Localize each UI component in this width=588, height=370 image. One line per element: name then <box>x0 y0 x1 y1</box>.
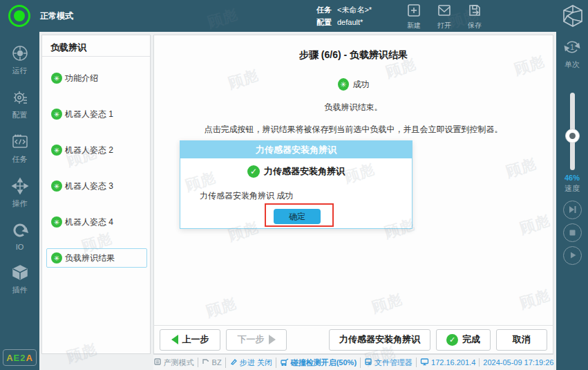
left-nav-rail: 运行 配置 任务 操作 IO 插件 AE2A <box>0 32 39 370</box>
mode-status-icon <box>8 5 30 27</box>
config-value: default* <box>337 16 363 28</box>
step-label: 功能介绍 <box>65 73 98 84</box>
wizard-footer: 上一步 下一步 力传感器安装角辨识 ✓ 完成 取消 <box>153 325 553 354</box>
step-item-pose3[interactable]: ✳ 机器人姿态 3 <box>46 176 118 196</box>
finish-label: 完成 <box>462 333 480 346</box>
nav-plugin-label: 插件 <box>12 285 28 295</box>
step-item-pose1[interactable]: ✳ 机器人姿态 1 <box>46 104 118 124</box>
speed-label: 速度 <box>556 183 588 194</box>
next-step-button[interactable]: 下一步 <box>226 329 287 351</box>
single-cycle-icon: 1 <box>562 37 582 58</box>
arrow-right-icon <box>269 335 276 344</box>
robot-model-badge: AE2A <box>3 349 37 366</box>
status-ip-address: 172.16.201.4 <box>416 358 479 367</box>
prev-step-button[interactable]: 上一步 <box>160 329 220 351</box>
cancel-button[interactable]: 取消 <box>496 329 547 351</box>
success-label: 成功 <box>353 79 370 91</box>
step-label: 机器人姿态 4 <box>65 216 113 228</box>
save-task-label: 保存 <box>468 21 482 30</box>
step-item-result[interactable]: ✳ 负载辨识结果 <box>46 248 147 268</box>
sensor-angle-button[interactable]: 力传感器安装角辨识 <box>329 329 430 351</box>
badge-letter: E <box>14 353 21 363</box>
sensor-angle-dialog: 力传感器安装角辨识 ✓ 力传感器安装角辨识 力传感器安装角辨识 成功 确定 <box>180 140 412 229</box>
task-config-block: 任务<未命名>* 配置default* <box>316 3 372 28</box>
badge-letter: A <box>6 353 13 363</box>
play-icon <box>569 250 577 262</box>
step-label: 机器人姿态 3 <box>65 181 113 192</box>
prev-step-label: 上一步 <box>182 333 209 346</box>
svg-text:1: 1 <box>570 44 574 51</box>
speed-slider-handle[interactable] <box>565 129 580 143</box>
stop-button[interactable] <box>563 223 582 242</box>
new-file-icon <box>406 3 421 19</box>
status-text: 文件管理器 <box>374 358 412 368</box>
cube-icon <box>11 263 29 283</box>
status-file-manager[interactable]: 文件管理器 <box>360 358 416 368</box>
step-item-intro[interactable]: ✳ 功能介绍 <box>46 68 103 88</box>
step-status-icon: ✳ <box>51 216 62 228</box>
open-task-button[interactable]: 打开 <box>437 3 452 30</box>
step-label: 负载辨识结果 <box>65 252 115 264</box>
gear-icon <box>11 89 29 108</box>
run-icon <box>11 44 29 64</box>
nav-plugin[interactable]: 插件 <box>0 263 39 295</box>
badge-letter: A <box>26 353 32 363</box>
status-production-mode: 产测模式 <box>150 358 198 368</box>
skip-forward-icon <box>568 204 577 216</box>
arrow-left-icon <box>171 335 178 344</box>
code-window-icon <box>11 133 29 152</box>
new-task-button[interactable]: 新建 <box>406 3 421 30</box>
step-status-icon: ✳ <box>51 252 62 263</box>
nav-operate[interactable]: 操作 <box>0 177 39 209</box>
status-text: 步进 关闭 <box>240 358 272 368</box>
step-label: 机器人姿态 1 <box>65 109 113 120</box>
robot-mode-icon <box>153 358 162 367</box>
single-run-control[interactable]: 1 单次 <box>556 37 588 70</box>
steps-panel: 负载辨识 ✳ 功能介绍 ✳ 机器人姿态 1 ✳ 机器人姿态 2 ✳ 机器人姿态 … <box>41 35 151 354</box>
finish-button[interactable]: ✓ 完成 <box>436 329 491 351</box>
cancel-label: 取消 <box>513 333 531 346</box>
check-icon: ✓ <box>446 334 458 346</box>
step-status-icon: ✳ <box>51 181 62 192</box>
status-text: 碰撞检测开启(50%) <box>291 358 357 368</box>
status-datetime: 2024-05-09 17:19:26 <box>479 358 557 367</box>
status-bar: 产测模式 BZ 步进 关闭 碰撞检测开启(50%) 文件管理器 172.16.2… <box>153 354 553 370</box>
nav-io[interactable]: IO <box>0 221 39 251</box>
nav-task[interactable]: 任务 <box>0 133 39 165</box>
sensor-angle-label: 力传感器安装角辨识 <box>339 333 420 346</box>
success-icon: ✳ <box>338 78 349 91</box>
check-circle-icon: ✓ <box>247 165 260 178</box>
result-line-finished: 负载辨识结束。 <box>154 102 553 113</box>
status-step-mode: 步进 关闭 <box>225 358 276 368</box>
steps-panel-title: 负载辨识 <box>42 35 150 57</box>
nav-run[interactable]: 运行 <box>0 44 39 76</box>
right-control-rail: 1 单次 46% 速度 <box>556 32 588 370</box>
nav-task-label: 任务 <box>12 154 28 165</box>
step-label: 机器人姿态 2 <box>65 145 113 156</box>
mode-label: 正常模式 <box>40 10 73 22</box>
nav-io-label: IO <box>16 243 24 251</box>
task-value: <未命名>* <box>337 3 372 16</box>
stop-icon <box>569 227 576 239</box>
single-run-label: 单次 <box>565 59 580 70</box>
folder-tab-icon <box>202 358 210 367</box>
status-text: 产测模式 <box>164 358 194 368</box>
monitor-icon <box>420 358 429 367</box>
open-task-label: 打开 <box>437 21 451 30</box>
io-cycle-icon <box>11 221 29 241</box>
save-task-button[interactable]: 保存 <box>467 3 482 30</box>
nav-config[interactable]: 配置 <box>0 89 39 120</box>
status-collision-detect: 碰撞检测开启(50%) <box>276 358 360 368</box>
play-button[interactable] <box>563 246 582 265</box>
move-arrows-icon <box>11 177 29 196</box>
task-label: 任务 <box>316 3 332 16</box>
step-forward-button[interactable] <box>563 201 582 219</box>
step-item-pose4[interactable]: ✳ 机器人姿态 4 <box>46 212 118 232</box>
ok-button[interactable]: 确定 <box>274 209 321 224</box>
pen-icon <box>229 358 238 367</box>
step-item-pose2[interactable]: ✳ 机器人姿态 2 <box>46 140 118 160</box>
brand-logo-icon <box>562 4 583 30</box>
top-bar: 正常模式 任务<未命名>* 配置default* 新建 打开 保存 <box>0 0 588 32</box>
next-step-label: 下一步 <box>238 333 265 346</box>
collision-icon <box>280 358 289 367</box>
